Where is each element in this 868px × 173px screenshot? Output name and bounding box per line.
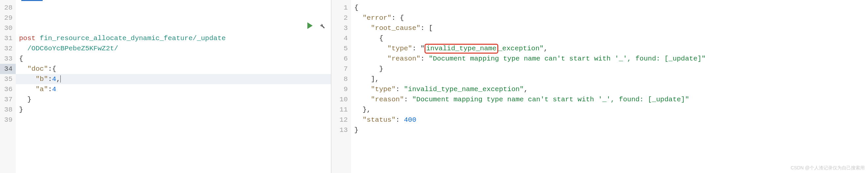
request-editor-panel: 28 29 30 31 32 33 34 35 36 37 38 39 post…	[0, 0, 331, 173]
left-gutter: 28 29 30 31 32 33 34 35 36 37 38 39	[0, 0, 16, 173]
watermark: CSDN @个人渣记录仅为自己搜索用	[790, 165, 865, 171]
right-code[interactable]: { "error": { "root_cause": [ { "type": "…	[351, 0, 868, 173]
response-panel: 1 2 3 4 5 6 7 8 9 10 11 12 13 { "error":…	[331, 0, 868, 173]
text-cursor	[60, 75, 61, 82]
right-gutter: 1 2 3 4 5 6 7 8 9 10 11 12 13	[331, 0, 351, 173]
left-code[interactable]: post fin_resource_allocate_dynamic_featu…	[16, 0, 331, 173]
request-editor[interactable]: 28 29 30 31 32 33 34 35 36 37 38 39 post…	[0, 0, 331, 173]
highlighted-error-type: invalid_type_name	[425, 44, 498, 54]
response-editor[interactable]: 1 2 3 4 5 6 7 8 9 10 11 12 13 { "error":…	[331, 0, 868, 173]
